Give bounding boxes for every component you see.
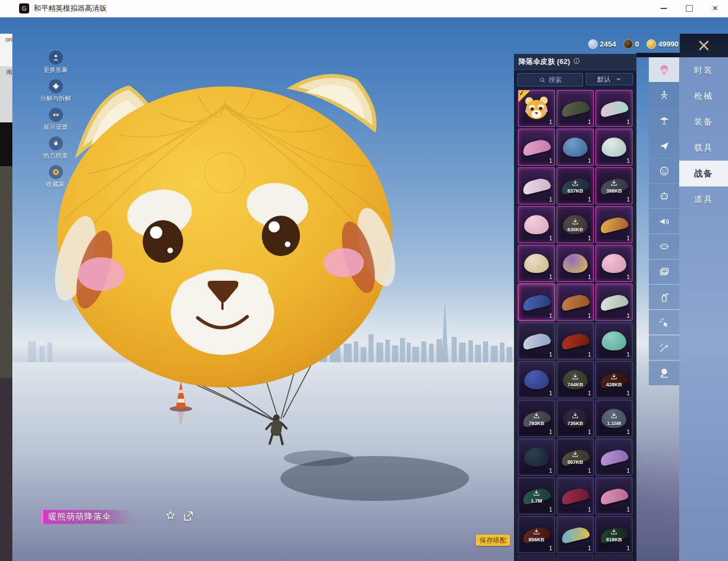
skin-cell[interactable]: 1 xyxy=(595,245,633,282)
glider-icon xyxy=(658,115,670,126)
skin-cell[interactable]: 1.7M1 xyxy=(518,477,555,514)
maximize-button[interactable] xyxy=(676,0,702,17)
category-wand[interactable] xyxy=(649,335,679,360)
search-input[interactable]: 搜索 xyxy=(517,73,583,86)
skin-cell[interactable]: 807KB1 xyxy=(557,439,594,476)
robot-icon xyxy=(658,190,670,202)
skin-thumb xyxy=(560,293,590,311)
item-count: 1 xyxy=(549,119,552,125)
menu-item-展示设置[interactable]: 展示设置 xyxy=(36,108,75,131)
skin-cell[interactable]: 735KB1 xyxy=(557,400,594,437)
skin-cell[interactable]: 1 xyxy=(518,439,555,476)
skin-thumb xyxy=(563,138,588,157)
skin-cell[interactable]: 1 xyxy=(518,129,555,166)
skin-thumb xyxy=(599,215,629,234)
maximize-icon xyxy=(686,5,693,12)
plane-icon xyxy=(658,140,670,152)
menu-item-热力档案[interactable]: 热力档案 xyxy=(36,136,75,160)
skin-cell[interactable]: 1 xyxy=(518,361,555,398)
sort-dropdown[interactable]: 默认 xyxy=(586,73,633,85)
skin-cell[interactable]: 1 xyxy=(595,439,633,476)
skin-cell[interactable]: 630KB1 xyxy=(557,206,594,243)
currency-item[interactable]: 2454 xyxy=(588,39,616,49)
tab-道具[interactable]: 道具 xyxy=(679,186,728,212)
skin-cell[interactable]: 1 xyxy=(557,284,594,321)
category-mask[interactable] xyxy=(649,234,679,259)
menu-item-收藏家[interactable]: 收藏家 xyxy=(36,165,75,189)
currency-item[interactable]: 49990 xyxy=(647,39,679,49)
tab-战备[interactable]: 战备 xyxy=(679,161,728,186)
skin-thumb xyxy=(560,486,590,505)
skin-cell[interactable]: 1✓ xyxy=(518,90,555,127)
menu-item-更换形象[interactable]: 更换形象 xyxy=(36,51,75,74)
currency-item[interactable]: 0 xyxy=(624,39,639,49)
skin-cell[interactable]: 1 xyxy=(518,167,555,204)
skin-grid: 1✓111111837KB1396KB11630KB11111111111174… xyxy=(518,90,633,561)
category-spray[interactable] xyxy=(649,285,679,309)
save-outfit-button[interactable]: 保存搭配 xyxy=(476,535,510,546)
skin-cell[interactable]: 1 xyxy=(595,129,633,166)
skin-thumb xyxy=(599,448,629,466)
category-click-effect[interactable] xyxy=(649,310,679,335)
skin-cell[interactable]: 1 xyxy=(595,206,633,243)
skin-cell[interactable]: 1 xyxy=(518,322,555,359)
tab-载具[interactable]: 载具 xyxy=(679,135,728,161)
skin-cell[interactable]: 856KB1 xyxy=(518,516,555,553)
currency-value: 2454 xyxy=(600,40,616,48)
skin-cell[interactable]: 396KB1 xyxy=(595,167,633,204)
skin-cell[interactable] xyxy=(595,555,633,561)
skin-cell[interactable]: 1 xyxy=(557,516,594,553)
skin-cell[interactable]: 818KB1 xyxy=(595,516,633,553)
item-count: 1 xyxy=(549,429,552,435)
category-robot[interactable] xyxy=(649,184,679,208)
info-icon[interactable] xyxy=(573,57,580,67)
skin-cell[interactable]: 1 xyxy=(518,284,555,321)
category-glider[interactable] xyxy=(649,108,679,133)
category-gallery[interactable] xyxy=(649,259,679,284)
category-emote[interactable] xyxy=(649,158,679,183)
item-count: 1 xyxy=(626,352,630,358)
category-plane[interactable] xyxy=(649,133,679,158)
tab-枪械[interactable]: 枪械 xyxy=(679,83,728,109)
close-button[interactable] xyxy=(680,34,728,57)
menu-item-分解与拆解[interactable]: 分解与拆解 xyxy=(36,79,75,103)
skin-cell[interactable]: 1 xyxy=(518,245,555,282)
skin-cell[interactable]: 1 xyxy=(595,284,633,321)
skin-cell[interactable]: 1 xyxy=(557,90,594,127)
skin-cell[interactable]: 1 xyxy=(557,477,594,514)
favorite-star-button[interactable] xyxy=(165,510,176,524)
category-chicken[interactable] xyxy=(649,361,679,385)
skin-cell[interactable]: 1 xyxy=(595,477,633,514)
tab-装备[interactable]: 装备 xyxy=(679,109,728,135)
skin-cell[interactable]: 1 xyxy=(595,90,633,127)
chevron-down-icon xyxy=(615,76,622,83)
item-count: 1 xyxy=(549,507,552,513)
skin-cell[interactable]: 837KB1 xyxy=(557,167,594,204)
skin-cell[interactable]: 1 xyxy=(557,245,594,282)
tab-时装[interactable]: 时装 xyxy=(679,57,728,83)
category-skydive[interactable] xyxy=(649,83,679,107)
category-parachute-skin[interactable] xyxy=(649,57,679,82)
category-speaker[interactable] xyxy=(649,209,679,234)
currency-bar: 2454 0 49990 xyxy=(589,39,679,49)
skin-cell[interactable]: 1 xyxy=(557,129,594,166)
skin-cell[interactable]: 1 xyxy=(518,206,555,243)
minimize-button[interactable] xyxy=(650,0,676,17)
item-count: 1 xyxy=(626,468,630,474)
download-size: 807KB xyxy=(567,459,583,465)
skin-cell[interactable] xyxy=(518,555,555,561)
skin-cell[interactable]: 428KB1 xyxy=(595,361,633,398)
skin-cell[interactable]: 793KB1 xyxy=(518,400,555,437)
skin-thumb xyxy=(524,215,549,234)
window-close-button[interactable]: × xyxy=(702,0,728,17)
share-button[interactable] xyxy=(182,510,194,524)
download-size: 1.7M xyxy=(531,498,542,504)
item-count: 1 xyxy=(549,545,552,551)
skin-cell[interactable]: 1 xyxy=(557,322,594,359)
item-count: 1 xyxy=(549,274,552,280)
item-count: 1 xyxy=(588,119,591,125)
skin-cell[interactable] xyxy=(557,555,594,561)
skin-cell[interactable]: 1.15M1 xyxy=(595,400,633,437)
skin-cell[interactable]: 1 xyxy=(595,322,633,359)
skin-cell[interactable]: 744KB1 xyxy=(557,361,594,398)
